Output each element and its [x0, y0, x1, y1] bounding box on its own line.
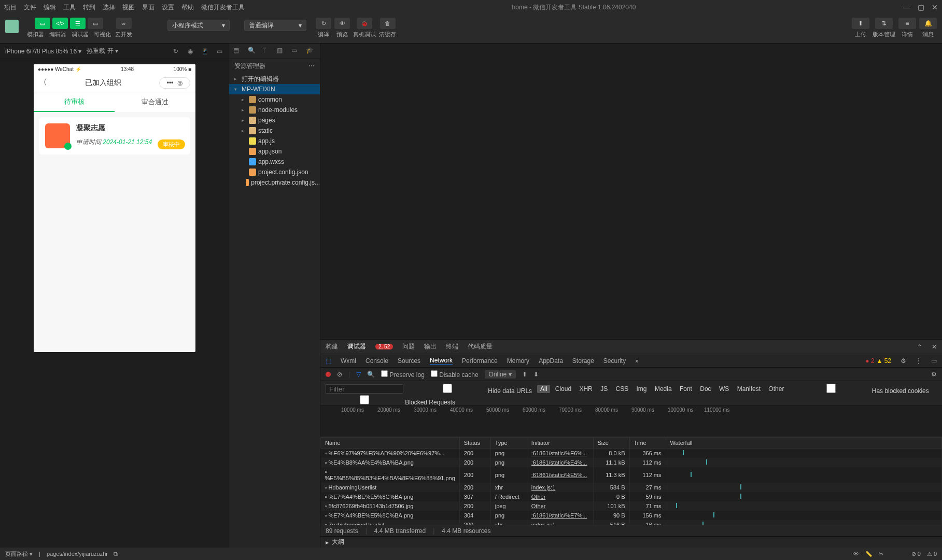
minimize-icon[interactable]: — [903, 3, 910, 11]
action-button[interactable]: 👁 [334, 18, 350, 29]
network-row[interactable]: ▫ %E4%B8%AA%E4%BA%BA.png200png:61861/sta… [321, 458, 942, 467]
filter-type[interactable]: Manifest [734, 385, 764, 393]
panel-tab[interactable]: AppData [539, 357, 563, 365]
capsule-button[interactable]: •••◎ [159, 77, 190, 89]
error-count[interactable]: ⊘ 0 [911, 551, 921, 557]
compile-select[interactable]: 普通编译▾ [244, 20, 306, 31]
hot-reload-toggle[interactable]: 热重载 开 ▾ [87, 47, 118, 55]
copy-icon[interactable]: ⧉ [114, 551, 118, 557]
menu-item[interactable]: 视图 [122, 3, 135, 12]
org-card[interactable]: 凝聚志愿 申请时间 2024-01-21 12:54 审核中 [39, 117, 190, 155]
menu-item[interactable]: 选择 [103, 3, 115, 12]
open-editors[interactable]: ▸打开的编辑器 [229, 74, 320, 84]
right-action-button[interactable]: ⬆ [852, 18, 869, 29]
network-row[interactable]: ▫ 5fc876269fb4b05143b1d7506.jpg200jpegOt… [321, 501, 942, 511]
tree-item[interactable]: app.wxss [229, 157, 320, 167]
panel-tab[interactable]: Sources [398, 357, 420, 365]
filter-type[interactable]: Doc [697, 385, 714, 393]
menu-item[interactable]: 文件 [24, 3, 36, 12]
tree-item[interactable]: project.private.config.js... [229, 177, 320, 188]
tree-item[interactable]: app.json [229, 146, 320, 157]
academic-icon[interactable]: 🎓 [306, 47, 315, 56]
devtools-tab[interactable]: 代码质量 [468, 342, 493, 351]
filter-type[interactable]: Cloud [552, 385, 574, 393]
simulator-toggle[interactable]: ▭ [35, 18, 50, 29]
panel-tab[interactable]: Network [430, 357, 453, 365]
eye-icon[interactable]: 👁 [853, 551, 859, 557]
device-icon[interactable]: 📱 [200, 47, 209, 56]
right-action-button[interactable]: 🔔 [919, 18, 937, 29]
devtools-tab[interactable]: 构建 [326, 342, 338, 351]
right-action-button[interactable]: ≡ [898, 18, 916, 29]
panel-tab[interactable]: Storage [572, 357, 594, 365]
network-table[interactable]: NameStatusTypeInitiatorSizeTimeWaterfall… [320, 437, 942, 525]
filter-type[interactable]: WS [716, 385, 732, 393]
inspect-icon[interactable]: ⬚ [326, 357, 331, 365]
branch-icon[interactable]: ᛘ [262, 47, 272, 56]
mode-select[interactable]: 小程序模式▾ [167, 20, 230, 31]
project-root[interactable]: ▾MP-WEIXIN [229, 84, 320, 94]
back-icon[interactable]: 〈 [39, 77, 47, 88]
upload-icon[interactable]: ⬆ [522, 371, 527, 378]
download-icon[interactable]: ⬇ [533, 371, 539, 378]
panel-action-icon[interactable]: ⚙ [901, 357, 906, 365]
menu-item[interactable]: 帮助 [181, 3, 194, 12]
panel-tab[interactable]: Wxml [341, 357, 356, 365]
tree-item[interactable]: ▸pages [229, 115, 320, 125]
timeline-overview[interactable]: 10000 ms20000 ms30000 ms40000 ms50000 ms… [320, 406, 942, 437]
network-row[interactable]: ▫ %E7%A4%BE%E5%8C%BA.png304png:61861/sta… [321, 511, 942, 520]
outline-section[interactable]: ▸大纲 [320, 536, 942, 548]
filter-type[interactable]: Img [634, 385, 650, 393]
editor-toggle[interactable]: </> [52, 18, 68, 29]
tree-item[interactable]: project.config.json [229, 167, 320, 177]
right-action-button[interactable]: ⇅ [875, 18, 893, 29]
record-icon[interactable]: ◉ [186, 47, 195, 56]
network-row[interactable]: ▫ ZuzhishenqingUserlist200xhrindex.js:15… [321, 520, 942, 525]
panel-tab[interactable]: Console [365, 357, 388, 365]
menu-item[interactable]: 项目 [4, 3, 17, 12]
devtools-tab[interactable]: 终端 [446, 342, 458, 351]
network-row[interactable]: ▫ %E6%97%97%E5%AD%90%20%E6%97%...200png:… [321, 449, 942, 458]
action-button[interactable]: ↻ [316, 18, 331, 29]
phone-simulator[interactable]: ●●●●● WeChat ⚡ 13:48 100% ■ 〈 已加入组织 •••◎… [34, 64, 195, 352]
panel-action-icon[interactable]: ▭ [931, 357, 937, 365]
menu-item[interactable]: 编辑 [44, 3, 56, 12]
more-icon[interactable]: ⋯ [308, 62, 315, 69]
filter-type[interactable]: XHR [576, 385, 595, 393]
throttle-select[interactable]: Online ▾ [485, 370, 516, 379]
tree-item[interactable]: ▸common [229, 94, 320, 105]
filter-icon[interactable]: ▽ [356, 371, 361, 378]
settings-icon[interactable]: ⚙ [931, 371, 937, 378]
panel-tab[interactable]: Memory [507, 357, 529, 365]
close-icon[interactable]: ✕ [932, 3, 938, 11]
panel-tab[interactable]: Performance [462, 357, 498, 365]
tree-item[interactable]: ▸node-modules [229, 105, 320, 115]
refresh-icon[interactable]: ↻ [171, 47, 180, 56]
tree-item[interactable]: app.js [229, 136, 320, 146]
maximize-icon[interactable]: ▢ [918, 3, 924, 11]
clear-icon[interactable]: ⊘ [337, 371, 342, 378]
filter-type[interactable]: JS [597, 385, 611, 393]
ruler-icon[interactable]: 📏 [865, 551, 873, 557]
close-devtools-icon[interactable]: ✕ [932, 343, 937, 351]
menu-item[interactable]: 设置 [162, 3, 174, 12]
popout-icon[interactable]: ▭ [215, 47, 224, 56]
devtools-tab[interactable]: 输出 [424, 342, 437, 351]
devtools-tab[interactable]: 调试器 [347, 342, 366, 351]
panel-tab[interactable]: Security [603, 357, 626, 365]
menu-item[interactable]: 转到 [83, 3, 95, 12]
filter-type[interactable]: CSS [613, 385, 632, 393]
warning-count[interactable]: ⚠ 0 [927, 551, 937, 557]
filter-input[interactable] [326, 384, 403, 394]
filter-type[interactable]: Other [765, 385, 787, 393]
debugger-toggle[interactable]: ☰ [70, 18, 86, 29]
filter-type[interactable]: Media [652, 385, 675, 393]
layout-icon[interactable]: ▭ [291, 47, 301, 56]
devtools-tab[interactable]: 问题 [402, 342, 415, 351]
files-icon[interactable]: ▤ [233, 47, 243, 56]
tab-approved[interactable]: 审合通过 [115, 92, 195, 112]
menu-item[interactable]: 界面 [142, 3, 154, 12]
collapse-icon[interactable]: ⌃ [917, 343, 922, 351]
tab-pending[interactable]: 待审核 [34, 92, 115, 112]
search-icon[interactable]: 🔍 [248, 47, 257, 56]
